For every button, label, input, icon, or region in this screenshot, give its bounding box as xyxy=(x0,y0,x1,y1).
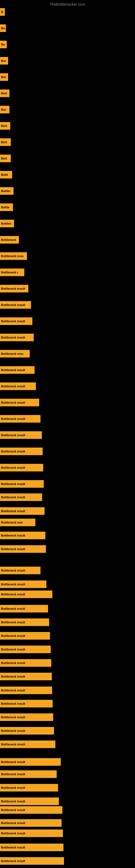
bar-7: Bot xyxy=(0,106,9,113)
bar-row-33: Bottleneck rest xyxy=(0,519,35,526)
bar-54: Bottleneck result xyxy=(0,806,62,814)
bar-row-27: Bottleneck result xyxy=(0,431,42,439)
bar-row-51: Bottleneck result xyxy=(0,770,57,778)
bar-row-55: Bottleneck result xyxy=(0,819,61,827)
bar-label-27: Bottleneck result xyxy=(1,433,25,437)
bar-row-47: Bottleneck result xyxy=(0,713,53,721)
bar-row-52: Bottleneck result xyxy=(0,784,58,792)
bar-row-57: Bottleneck result xyxy=(0,844,63,851)
bar-row-10: Bott xyxy=(0,155,11,162)
bar-14: Bottlen xyxy=(0,220,14,227)
bar-row-32: Bottleneck result xyxy=(0,507,45,515)
bar-1: B xyxy=(0,8,5,16)
bar-10: Bott xyxy=(0,155,11,162)
bar-row-50: Bottleneck result xyxy=(0,758,61,766)
bar-row-12: Bottler xyxy=(0,187,13,195)
bar-24: Bottleneck result xyxy=(0,382,36,390)
bar-label-58: Bottleneck result xyxy=(1,859,25,863)
bar-44: Bottleneck result xyxy=(0,673,52,680)
bar-row-45: Bottleneck result xyxy=(0,686,52,694)
bar-28: Bottleneck result xyxy=(0,447,43,455)
bar-label-14: Bottlen xyxy=(1,222,11,225)
bar-57: Bottleneck result xyxy=(0,844,63,851)
bar-35: Bottleneck result xyxy=(0,545,46,553)
bar-13: Bottle xyxy=(0,204,13,211)
bar-label-57: Bottleneck result xyxy=(1,846,25,849)
bar-label-13: Bottle xyxy=(1,206,9,209)
bar-label-43: Bottleneck result xyxy=(1,661,25,664)
bar-label-19: Bottleneck result xyxy=(1,303,25,307)
bar-row-43: Bottleneck result xyxy=(0,659,51,667)
bar-6: Bott xyxy=(0,90,9,97)
bar-31: Bottleneck result xyxy=(0,493,42,501)
bar-row-18: Bottleneck result xyxy=(0,285,28,292)
bar-label-8: Bott xyxy=(1,124,7,127)
site-title: TheBottlenecker.com xyxy=(0,0,135,8)
bar-row-48: Bottleneck result xyxy=(0,727,54,735)
bar-58: Bottleneck result xyxy=(0,857,64,865)
bar-20: Bottleneck result xyxy=(0,317,32,325)
bar-label-51: Bottleneck result xyxy=(1,773,25,776)
bar-label-6: Bott xyxy=(1,92,7,95)
bar-label-21: Bottleneck result xyxy=(1,336,25,339)
bar-label-55: Bottleneck result xyxy=(1,822,25,825)
bar-row-34: Bottleneck result xyxy=(0,532,45,539)
bar-label-31: Bottleneck result xyxy=(1,496,25,499)
bar-label-5: Bot xyxy=(1,75,6,79)
bar-row-11: Bottl xyxy=(0,171,12,179)
bar-3: Bo xyxy=(0,41,7,48)
bar-18: Bottleneck result xyxy=(0,285,28,292)
bar-label-24: Bottleneck result xyxy=(1,384,25,388)
bar-55: Bottleneck result xyxy=(0,819,61,827)
bar-label-28: Bottleneck result xyxy=(1,450,25,453)
bar-row-9: Bott xyxy=(0,138,11,146)
bar-row-35: Bottleneck result xyxy=(0,545,46,553)
bar-row-41: Bottleneck result xyxy=(0,632,50,640)
bar-29: Bottleneck result xyxy=(0,464,43,471)
bar-30: Bottleneck result xyxy=(0,480,44,488)
bar-row-42: Bottleneck result xyxy=(0,646,51,653)
bar-label-50: Bottleneck result xyxy=(1,760,25,764)
bar-row-38: Bottleneck result xyxy=(0,590,52,598)
bar-40: Bottleneck result xyxy=(0,618,49,626)
bar-label-2: Bo xyxy=(1,27,5,30)
bar-label-52: Bottleneck result xyxy=(1,786,25,789)
bar-row-3: Bo xyxy=(0,41,7,48)
bar-label-33: Bottleneck rest xyxy=(1,521,22,524)
bar-label-10: Bott xyxy=(1,157,7,160)
bar-label-46: Bottleneck result xyxy=(1,702,25,705)
bar-row-22: Bottleneck resu xyxy=(0,350,30,358)
bar-row-19: Bottleneck result xyxy=(0,301,31,309)
bar-row-58: Bottleneck result xyxy=(0,857,64,865)
bar-label-44: Bottleneck result xyxy=(1,675,25,678)
bar-16: Bottleneck resu xyxy=(0,252,27,260)
bar-25: Bottleneck result xyxy=(0,399,39,406)
bar-row-44: Bottleneck result xyxy=(0,673,52,680)
bar-4: Bot xyxy=(0,57,8,65)
bar-row-28: Bottleneck result xyxy=(0,447,43,455)
bar-row-1: B xyxy=(0,8,5,16)
bar-9: Bott xyxy=(0,138,11,146)
bar-row-2: Bo xyxy=(0,24,6,32)
bar-row-6: Bott xyxy=(0,90,9,97)
bar-label-49: Bottleneck result xyxy=(1,743,25,746)
bar-row-14: Bottlen xyxy=(0,220,14,227)
bar-row-53: Bottleneck result xyxy=(0,798,59,805)
bar-label-39: Bottleneck result xyxy=(1,607,25,610)
bar-label-16: Bottleneck resu xyxy=(1,254,24,258)
bar-36: Bottleneck result xyxy=(0,567,41,574)
bar-row-8: Bott xyxy=(0,122,10,130)
bar-label-54: Bottleneck result xyxy=(1,808,25,812)
bar-row-24: Bottleneck result xyxy=(0,382,36,390)
bar-50: Bottleneck result xyxy=(0,758,61,766)
bar-11: Bottl xyxy=(0,171,12,179)
bar-21: Bottleneck result xyxy=(0,334,34,341)
bar-49: Bottleneck result xyxy=(0,741,55,748)
bar-label-26: Bottleneck result xyxy=(1,417,25,421)
bar-row-20: Bottleneck result xyxy=(0,317,32,325)
bar-label-4: Bot xyxy=(1,59,6,62)
bar-5: Bot xyxy=(0,73,8,81)
bar-row-56: Bottleneck result xyxy=(0,830,63,837)
bar-label-36: Bottleneck result xyxy=(1,569,25,572)
bar-label-56: Bottleneck result xyxy=(1,832,25,835)
